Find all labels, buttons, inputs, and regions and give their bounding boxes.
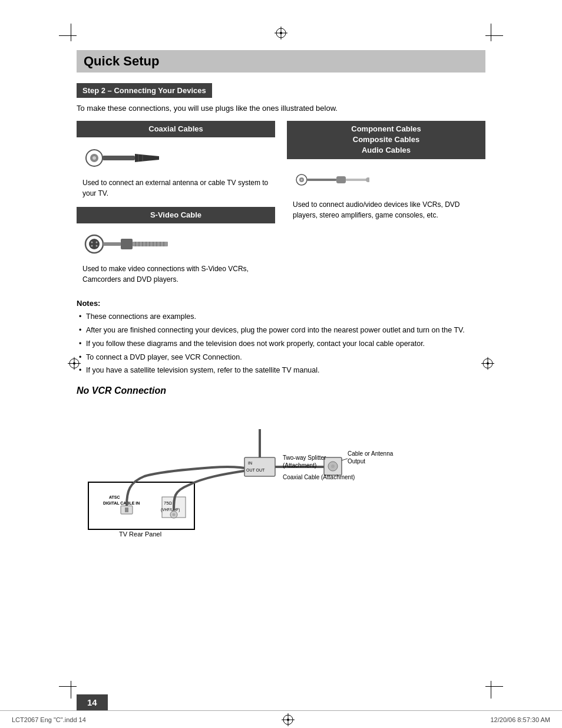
note-item-2: After you are finished connecting your d… [77, 325, 485, 336]
svg-rect-25 [103, 242, 121, 246]
svg-point-53 [173, 513, 176, 516]
crop-mark-br-v [491, 681, 491, 699]
svg-point-14 [92, 156, 96, 160]
svideo-image [82, 229, 275, 259]
notes-title: Notes: [77, 299, 485, 308]
page-title-box: Quick Setup [77, 50, 485, 73]
svg-rect-26 [121, 239, 133, 249]
svg-text:DIGITAL CABLE IN: DIGITAL CABLE IN [103, 501, 140, 505]
svg-rect-40 [307, 179, 336, 181]
svg-text:(VHF/UHF): (VHF/UHF) [161, 508, 180, 512]
component-description: Used to connect audio/video devices like… [287, 199, 485, 220]
svg-text:(Attachment): (Attachment) [283, 462, 316, 469]
no-vcr-diagram: ATSC DIGITAL CABLE IN 75Ω (VHF/UHF) IN [77, 406, 485, 541]
component-svg [293, 165, 369, 195]
svg-rect-42 [346, 179, 368, 181]
step2-header: Step 2 – Connecting Your Devices [77, 83, 212, 98]
component-header: Component Cables Composite Cables Audio … [287, 121, 485, 159]
svg-line-62 [342, 459, 348, 460]
svg-point-20 [89, 239, 100, 249]
coaxial-image [82, 143, 275, 173]
svg-text:75Ω: 75Ω [164, 500, 172, 506]
note-item-3: If you follow these diagrams and the tel… [77, 338, 485, 350]
footer-center [282, 713, 295, 726]
note-item-4: To connect a DVD player, see VCR Connect… [77, 352, 485, 363]
crop-mark-tr-h [485, 35, 503, 36]
page-number: 14 [77, 694, 108, 710]
crop-mark-br-h [485, 686, 503, 687]
svideo-header: S-Video Cable [77, 207, 275, 223]
left-cable-col: Coaxial Cables [77, 121, 275, 293]
reg-mark-top [275, 27, 287, 41]
footer-right: 12/20/06 8:57:30 AM [490, 716, 550, 723]
page-number-box: 14 [77, 694, 108, 710]
svg-rect-15 [103, 156, 135, 160]
note-item-1: These connections are examples. [77, 311, 485, 322]
crop-mark-bl-h [59, 686, 77, 687]
svg-rect-48 [125, 508, 128, 512]
svg-text:Cable or Antenna: Cable or Antenna [348, 450, 394, 457]
component-image [293, 165, 485, 195]
notes-section: Notes: These connections are examples. A… [77, 299, 485, 376]
svideo-section: S-Video Cable [77, 207, 275, 285]
crop-mark-bl-v [71, 681, 71, 699]
page-title: Quick Setup [84, 54, 478, 69]
no-vcr-title: No VCR Connection [77, 386, 485, 396]
svg-rect-41 [336, 176, 346, 183]
coaxial-header: Coaxial Cables [77, 121, 275, 137]
svg-point-23 [91, 245, 93, 247]
cables-row: Coaxial Cables [77, 121, 485, 293]
svg-point-43 [366, 177, 369, 182]
svg-point-21 [91, 242, 93, 243]
notes-list: These connections are examples. After yo… [77, 311, 485, 376]
svg-text:ATSC: ATSC [109, 495, 120, 499]
svg-text:OUT OUT: OUT OUT [246, 468, 265, 472]
svg-point-22 [96, 242, 98, 243]
intro-text: To make these connections, you will use … [77, 104, 485, 113]
reg-mark-bottom [282, 713, 295, 726]
svg-point-24 [96, 245, 98, 247]
svg-text:Two-way Splitter: Two-way Splitter [283, 454, 326, 461]
main-content: Quick Setup Step 2 – Connecting Your Dev… [77, 50, 485, 547]
svideo-description: Used to make video connections with S-Vi… [77, 263, 275, 285]
footer-bar: LCT2067 Eng "C".indd 14 12/20/06 8:57:30… [0, 710, 562, 728]
svg-point-59 [331, 465, 335, 468]
svideo-svg [82, 229, 171, 259]
svg-text:TV Rear Panel: TV Rear Panel [119, 531, 161, 538]
no-vcr-svg: ATSC DIGITAL CABLE IN 75Ω (VHF/UHF) IN [77, 406, 477, 541]
crop-mark-tl-v [71, 24, 71, 41]
svg-rect-27 [133, 242, 168, 246]
svg-text:Output: Output [348, 458, 365, 465]
footer-left: LCT2067 Eng "C".indd 14 [12, 716, 86, 723]
crop-mark-tl-h [59, 35, 77, 36]
svg-text:IN: IN [248, 461, 252, 465]
svg-point-39 [301, 179, 303, 180]
note-item-5: If you have a satellite television syste… [77, 365, 485, 376]
svg-rect-54 [244, 457, 275, 476]
right-cable-col: Component Cables Composite Cables Audio … [287, 121, 485, 293]
svg-text:Coaxial Cable (Attachment): Coaxial Cable (Attachment) [283, 474, 355, 480]
crop-mark-tr-v [491, 24, 491, 41]
page: Quick Setup Step 2 – Connecting Your Dev… [0, 0, 562, 728]
coaxial-svg [82, 143, 159, 173]
coaxial-description: Used to connect an external antenna or c… [77, 177, 275, 199]
